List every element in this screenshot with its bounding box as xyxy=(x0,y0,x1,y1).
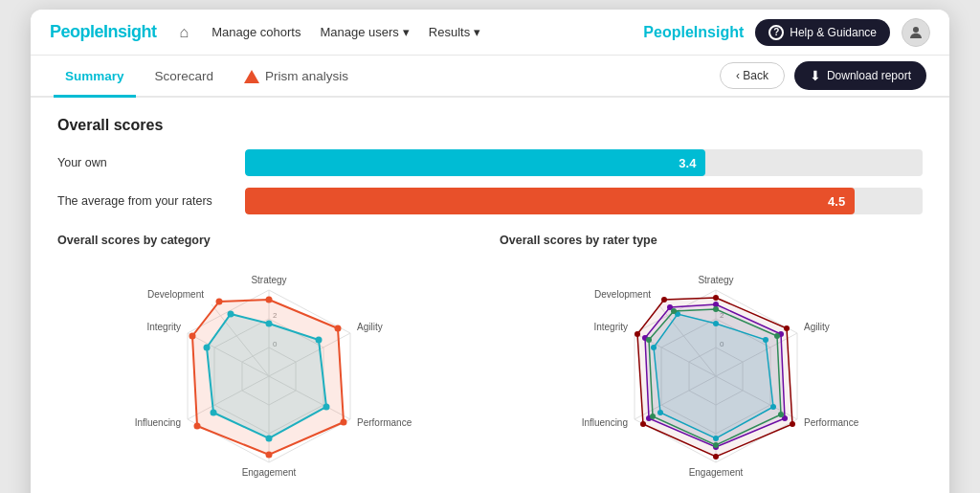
nav-right: PeopleInsight ? Help & Guidance xyxy=(643,18,930,47)
score-value-own: 3.4 xyxy=(679,156,696,170)
bar-container-own: 3.4 xyxy=(245,149,923,176)
logo-black: People xyxy=(50,22,103,41)
download-button[interactable]: ⬇ Download report xyxy=(794,61,926,90)
help-label: Help & Guidance xyxy=(790,26,877,39)
results-arrow: ▾ xyxy=(474,25,480,39)
svg-point-80 xyxy=(713,306,719,312)
svg-point-30 xyxy=(335,325,342,332)
svg-point-0 xyxy=(913,27,919,33)
svg-point-78 xyxy=(661,297,667,303)
bar-fill-own: 3.4 xyxy=(245,149,705,176)
bar-container-raters: 4.5 xyxy=(245,188,923,214)
bar-fill-raters: 4.5 xyxy=(245,188,855,214)
svg-point-86 xyxy=(671,308,677,314)
chart-panel-right: Overall scores by rater type xyxy=(500,234,923,493)
svg-point-72 xyxy=(713,295,719,301)
overall-scores-title: Overall scores xyxy=(57,117,923,134)
chart-left-area: Strategy Agility Performance Engagement … xyxy=(57,257,480,493)
help-circle-icon: ? xyxy=(768,25,784,40)
nav-results[interactable]: Results ▾ xyxy=(429,25,480,39)
chart-left-title: Overall scores by category xyxy=(57,234,480,247)
tab-prism-analysis[interactable]: Prism analysis xyxy=(233,56,360,98)
svg-point-31 xyxy=(341,419,347,426)
svg-point-82 xyxy=(778,412,784,417)
svg-point-29 xyxy=(266,297,273,303)
svg-text:Engagement: Engagement xyxy=(689,467,744,478)
score-row-raters: The average from your raters 4.5 xyxy=(57,188,923,214)
nav-links: Manage cohorts Manage users ▾ Results ▾ xyxy=(212,25,480,39)
tabs-bar: Summary Scorecard Prism analysis ‹ Back … xyxy=(31,56,949,98)
navbar: PeopleInsight ⌂ Manage cohorts Manage us… xyxy=(31,10,949,56)
svg-point-35 xyxy=(216,299,223,305)
chart-right-title: Overall scores by rater type xyxy=(500,234,923,247)
chart-right-area: Strategy Agility Performance Engagement … xyxy=(500,257,923,493)
svg-point-34 xyxy=(189,333,196,340)
tab-scorecard[interactable]: Scorecard xyxy=(144,56,226,98)
radar-right-svg: Strategy Agility Performance Engagement … xyxy=(539,257,883,486)
svg-text:Strategy: Strategy xyxy=(698,275,733,285)
svg-text:Development: Development xyxy=(147,289,204,300)
svg-marker-28 xyxy=(192,300,344,455)
logo-right: PeopleInsight xyxy=(643,24,744,41)
svg-text:Integrity: Integrity xyxy=(593,322,628,332)
svg-text:Engagement: Engagement xyxy=(242,467,297,478)
svg-point-74 xyxy=(790,421,795,427)
svg-point-83 xyxy=(713,442,719,448)
logo-right-black: People xyxy=(643,24,693,40)
svg-point-33 xyxy=(194,423,201,430)
svg-point-32 xyxy=(266,452,273,459)
score-label-raters: The average from your raters xyxy=(57,194,230,208)
nav-manage-cohorts[interactable]: Manage cohorts xyxy=(212,25,301,39)
svg-text:Influencing: Influencing xyxy=(582,417,628,428)
back-button[interactable]: ‹ Back xyxy=(720,62,785,89)
score-label-own: Your own xyxy=(57,156,230,169)
svg-text:Agility: Agility xyxy=(804,322,830,332)
svg-text:Performance: Performance xyxy=(804,417,859,428)
svg-point-75 xyxy=(713,454,719,459)
svg-text:Strategy: Strategy xyxy=(251,275,286,285)
home-icon[interactable]: ⌂ xyxy=(180,24,189,41)
user-avatar[interactable] xyxy=(902,18,930,47)
svg-point-76 xyxy=(640,421,646,427)
svg-point-77 xyxy=(635,331,640,337)
radar-left-svg: Strategy Agility Performance Engagement … xyxy=(106,257,432,486)
logo-cyan: Insight xyxy=(103,22,157,41)
tab-summary[interactable]: Summary xyxy=(54,56,136,98)
svg-text:Integrity: Integrity xyxy=(146,322,181,332)
logo: PeopleInsight xyxy=(50,22,157,42)
tab-actions: ‹ Back ⬇ Download report xyxy=(720,61,926,90)
manage-users-arrow: ▾ xyxy=(403,25,410,39)
download-label: Download report xyxy=(827,69,911,82)
tab-prism-label: Prism analysis xyxy=(265,69,348,83)
score-row-own: Your own 3.4 xyxy=(57,149,923,176)
svg-point-85 xyxy=(646,337,652,343)
chart-panel-left: Overall scores by category xyxy=(57,234,480,493)
radar-left: Strategy Agility Performance Engagement … xyxy=(106,257,432,490)
svg-text:Development: Development xyxy=(594,289,651,300)
svg-text:Influencing: Influencing xyxy=(135,417,181,428)
logo-right-cyan: Insight xyxy=(694,24,744,40)
svg-point-73 xyxy=(784,325,790,331)
radar-right: Strategy Agility Performance Engagement … xyxy=(539,257,883,490)
main-content: Overall scores Your own 3.4 The average … xyxy=(31,98,949,493)
prism-icon xyxy=(244,70,259,83)
svg-point-81 xyxy=(774,333,780,339)
score-value-raters: 4.5 xyxy=(828,194,845,209)
nav-manage-users[interactable]: Manage users ▾ xyxy=(320,25,409,39)
download-icon: ⬇ xyxy=(810,68,821,83)
help-button[interactable]: ? Help & Guidance xyxy=(755,19,890,46)
svg-point-84 xyxy=(650,414,656,419)
charts-section: Overall scores by category xyxy=(57,234,923,493)
svg-text:Performance: Performance xyxy=(357,417,412,428)
svg-text:Agility: Agility xyxy=(357,322,383,332)
